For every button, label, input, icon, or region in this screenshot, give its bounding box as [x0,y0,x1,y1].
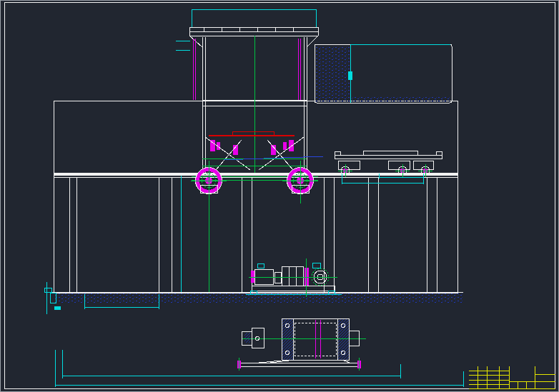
hoist-drive-unit [246,258,342,297]
counterweight-box [315,44,452,103]
gearbox [282,266,303,286]
winch-drum-assembly [237,318,366,371]
dim-top-span [176,9,316,50]
platform-structure [50,101,463,303]
cad-drawing-canvas [0,0,559,392]
trolley-side-view [335,151,442,184]
trolley-wheel-right [282,161,318,203]
dim-bottom [55,176,463,387]
cad-viewport[interactable] [0,0,559,392]
trolley-wheel-left [191,161,227,203]
title-block [469,366,555,389]
drawing-frame [4,2,555,388]
gantry-front-view [189,27,318,173]
